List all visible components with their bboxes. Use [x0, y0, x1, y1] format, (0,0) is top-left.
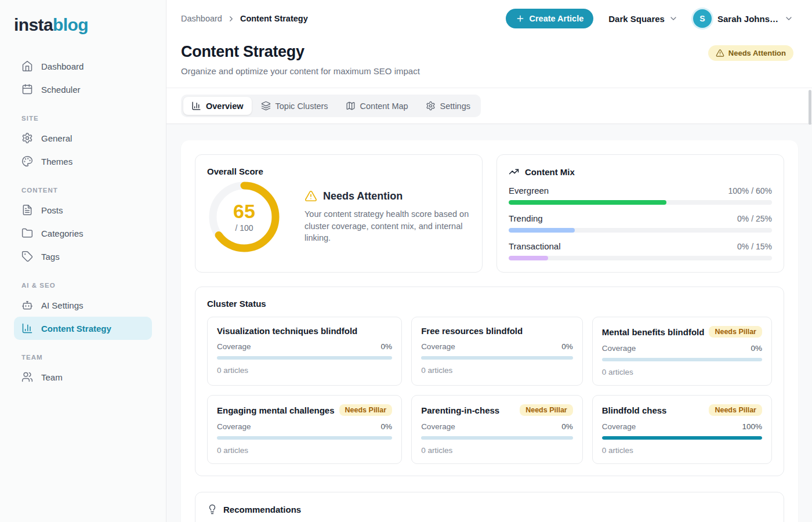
coverage-label: Coverage [217, 342, 251, 351]
top-bar: Dashboard Content Strategy Create Articl… [166, 0, 812, 37]
cluster-status-title: Cluster Status [207, 299, 772, 309]
page-title: Content Strategy [181, 43, 420, 61]
mix-bar-track [509, 228, 772, 233]
chevron-down-icon [784, 14, 793, 23]
cluster-title: Visualization techniques blindfold [217, 326, 357, 336]
tab-label: Topic Clusters [276, 102, 328, 111]
user-menu[interactable]: S Sarah Johns… [693, 9, 793, 28]
mix-value: 0% / 15% [737, 242, 772, 251]
warning-triangle-icon [304, 190, 317, 202]
breadcrumb-dashboard-link[interactable]: Dashboard [181, 14, 222, 23]
tab-overview[interactable]: Overview [183, 97, 252, 115]
cluster-cell[interactable]: Blindfold chessNeeds Pillar Coverage100%… [592, 395, 772, 464]
mix-row-evergreen: Evergreen100% / 60% [509, 186, 772, 205]
tab-label: Overview [206, 102, 244, 111]
coverage-bar-track [602, 436, 762, 440]
tab-label: Settings [440, 102, 470, 111]
gear-icon [21, 132, 33, 144]
map-icon [346, 101, 356, 111]
cluster-cell[interactable]: Free resources blindfold Coverage0% 0 ar… [411, 317, 583, 386]
avatar: S [693, 9, 712, 28]
recommendations-header: Recommendations [207, 504, 772, 514]
articles-count: 0 articles [421, 366, 573, 375]
score-number: 65 [233, 201, 255, 221]
sidebar-item-tags[interactable]: Tags [14, 245, 152, 268]
sidebar-item-team[interactable]: Team [14, 365, 152, 389]
tab-settings[interactable]: Settings [418, 97, 478, 115]
sidebar-item-label: Tags [41, 252, 60, 262]
gear-icon [426, 101, 436, 111]
sidebar-item-content-strategy[interactable]: Content Strategy [14, 317, 152, 340]
overview-panel: Overall Score 65 / 100 [181, 140, 798, 522]
brand-primary: insta [14, 15, 53, 34]
mix-value: 0% / 25% [737, 214, 772, 223]
breadcrumb-current: Content Strategy [240, 14, 308, 23]
sidebar-item-label: General [41, 133, 72, 143]
status-badge: Needs Attention [708, 45, 793, 61]
plus-icon [516, 14, 525, 23]
lightbulb-icon [207, 504, 217, 514]
brand-accent: blog [53, 15, 88, 34]
brand-logo: instablog [14, 15, 152, 35]
page-header: Content Strategy Organize and optimize y… [166, 37, 812, 88]
mix-label: Evergreen [509, 186, 549, 195]
tab-topic-clusters[interactable]: Topic Clusters [253, 97, 336, 115]
sidebar-item-categories[interactable]: Categories [14, 222, 152, 245]
document-icon [21, 204, 33, 216]
score-detail: Needs Attention Your content strategy he… [304, 190, 470, 244]
coverage-label: Coverage [217, 422, 251, 431]
chevron-right-icon [227, 14, 235, 23]
coverage-bar-track [421, 436, 573, 440]
mix-value: 100% / 60% [728, 186, 773, 195]
coverage-label: Coverage [421, 342, 455, 351]
sidebar-item-scheduler[interactable]: Scheduler [14, 78, 152, 101]
coverage-bar-track [217, 356, 392, 360]
sidebar-item-label: Dashboard [41, 61, 84, 71]
trending-up-icon [509, 166, 519, 177]
score-description: Your content strategy health score based… [304, 208, 470, 244]
cluster-title: Engaging mental challenges [217, 405, 335, 415]
scrollbar-thumb[interactable] [809, 90, 811, 125]
content-mix-card: Content Mix Evergreen100% / 60% Trending… [496, 154, 784, 273]
sidebar-item-label: Scheduler [41, 85, 81, 95]
sidebar-item-ai-settings[interactable]: AI Settings [14, 293, 152, 317]
coverage-label: Coverage [602, 422, 636, 431]
sidebar: instablog Dashboard Scheduler SITE Gener… [0, 0, 166, 522]
sidebar-item-label: AI Settings [41, 300, 84, 310]
create-article-label: Create Article [529, 14, 583, 23]
sidebar-section-content: CONTENT [21, 187, 144, 194]
sidebar-item-dashboard[interactable]: Dashboard [14, 55, 152, 78]
sidebar-item-general[interactable]: General [14, 126, 152, 150]
tag-icon [21, 251, 33, 262]
app-window: instablog Dashboard Scheduler SITE Gener… [0, 0, 812, 522]
cluster-title: Blindfold chess [602, 405, 667, 415]
cluster-cell[interactable]: Visualization techniques blindfold Cover… [207, 317, 402, 386]
sidebar-item-themes[interactable]: Themes [14, 150, 152, 173]
status-badge-label: Needs Attention [728, 49, 786, 57]
score-value: 65 / 100 [207, 180, 281, 254]
chevron-down-icon [669, 14, 678, 23]
palette-icon [21, 155, 33, 167]
score-status: Needs Attention [304, 190, 470, 202]
tab-content-map[interactable]: Content Map [338, 97, 416, 115]
cluster-title: Free resources blindfold [421, 326, 523, 336]
cluster-cell[interactable]: Mental benefits blindfoldNeeds Pillar Co… [592, 317, 772, 386]
cluster-cell[interactable]: Parenting-in-chessNeeds Pillar Coverage0… [411, 395, 583, 464]
create-article-button[interactable]: Create Article [506, 9, 593, 28]
overall-score-title: Overall Score [207, 166, 470, 176]
main-area: Dashboard Content Strategy Create Articl… [166, 0, 812, 522]
sidebar-section-team: TEAM [21, 354, 144, 361]
needs-pillar-badge: Needs Pillar [709, 326, 762, 338]
coverage-value: 0% [381, 342, 393, 351]
site-selector-value: Dark Squares [608, 14, 665, 24]
page-subtitle: Organize and optimize your content for m… [181, 66, 420, 76]
folder-icon [21, 227, 33, 239]
sidebar-item-posts[interactable]: Posts [14, 198, 152, 222]
overall-score-card: Overall Score 65 / 100 [195, 154, 483, 273]
mix-bar-fill [509, 256, 548, 260]
tab-bar: Overview Topic Clusters Content Map Sett… [166, 88, 812, 124]
site-selector[interactable]: Dark Squares [608, 14, 678, 24]
calendar-icon [21, 84, 33, 95]
cluster-cell[interactable]: Engaging mental challengesNeeds Pillar C… [207, 395, 402, 464]
coverage-value: 0% [381, 422, 393, 431]
